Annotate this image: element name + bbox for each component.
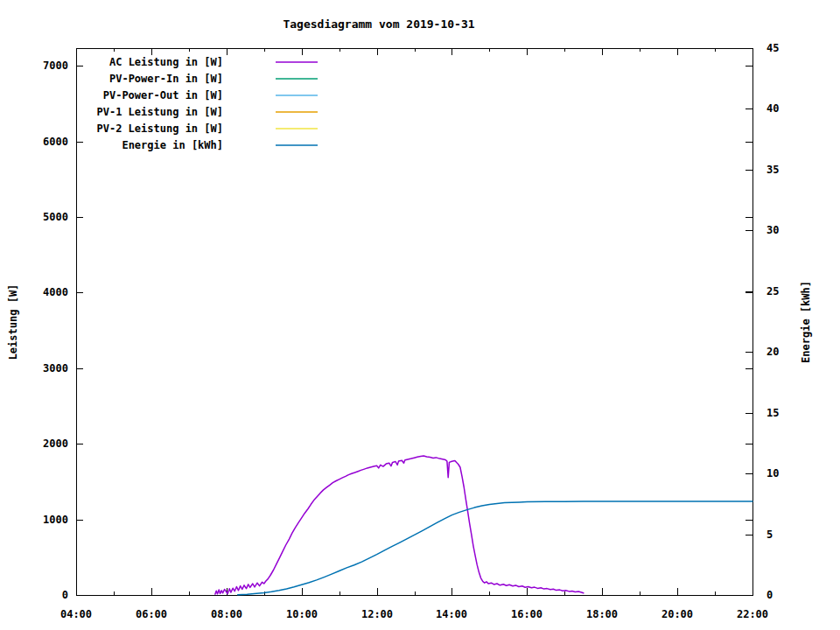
y-left-axis-title: Leistung [W]: [7, 284, 19, 360]
y-right-tick-label: 0: [766, 589, 773, 601]
y-right-axis-title: Energie [kWh]: [800, 281, 812, 363]
legend-label: PV-1 Leistung in [W]: [97, 106, 224, 118]
y-left-tick-label: 7000: [43, 60, 68, 72]
x-tick-label: 08:00: [211, 608, 242, 620]
series-lines: [215, 456, 752, 595]
y-right-tick-label: 35: [766, 164, 779, 176]
series-line-5: [238, 501, 752, 595]
y-left-tick-label: 3000: [43, 362, 68, 374]
y-right-tick-label: 40: [766, 102, 779, 115]
x-tick-label: 14:00: [436, 608, 467, 620]
x-tick-label: 04:00: [60, 608, 92, 620]
series-line-0: [215, 456, 584, 594]
legend: AC Leistung in [W]PV-Power-In in [W]PV-P…: [97, 56, 318, 151]
tagesdiagramm-chart: Tagesdiagramm vom 2019-10-31 Leistung [W…: [0, 0, 840, 630]
y-left-tick-label: 4000: [43, 286, 68, 298]
x-tick-label: 20:00: [662, 608, 693, 620]
y-right-tick-label: 5: [766, 528, 773, 541]
x-tick-label: 12:00: [361, 608, 393, 620]
y-left-tick-label: 1000: [43, 514, 68, 526]
y-right-tick-label: 45: [766, 42, 779, 54]
plot-svg: 04:0006:0008:0010:0012:0014:0016:0018:00…: [0, 0, 840, 630]
legend-label: Energie in [kWh]: [122, 139, 223, 151]
y-right-tick-label: 25: [766, 285, 779, 298]
legend-label: PV-2 Leistung in [W]: [97, 122, 224, 135]
y-right-tick-label: 20: [766, 346, 779, 358]
y-left-tick-label: 2000: [43, 438, 68, 450]
legend-label: PV-Power-In in [W]: [109, 73, 223, 85]
legend-label: PV-Power-Out in [W]: [103, 89, 223, 102]
legend-label: AC Leistung in [W]: [109, 56, 223, 68]
x-tick-label: 18:00: [586, 608, 618, 620]
y-right-tick-label: 10: [766, 467, 779, 480]
y-right-tick-label: 30: [766, 224, 779, 236]
x-tick-label: 22:00: [737, 608, 768, 620]
x-tick-label: 06:00: [136, 608, 167, 620]
y-left-tick-label: 6000: [43, 136, 68, 148]
y-left-tick-label: 5000: [43, 211, 68, 223]
x-tick-label: 10:00: [286, 608, 318, 620]
x-tick-label: 16:00: [511, 608, 542, 620]
chart-title: Tagesdiagramm vom 2019-10-31: [0, 18, 758, 31]
y-right-tick-label: 15: [766, 407, 779, 419]
y-left-tick-label: 0: [62, 589, 68, 601]
